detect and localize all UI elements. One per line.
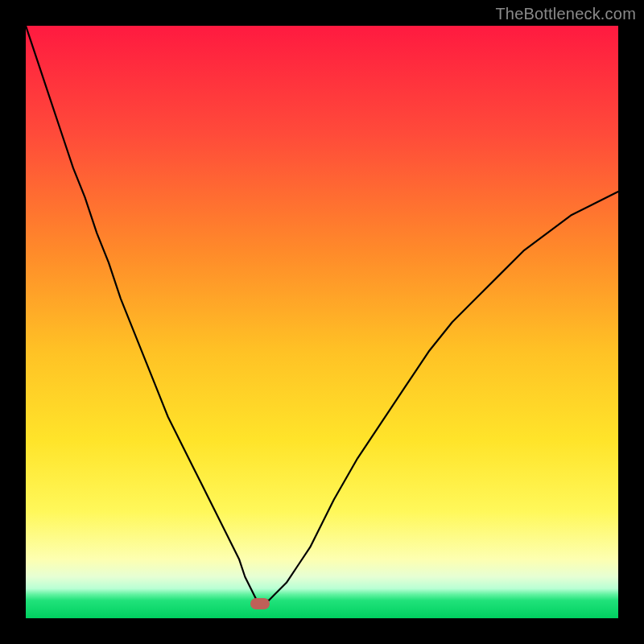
optimum-marker bbox=[250, 598, 270, 609]
plot-area bbox=[26, 26, 618, 618]
watermark-text: TheBottleneck.com bbox=[495, 5, 636, 23]
bottleneck-curve bbox=[26, 26, 618, 618]
chart-frame: TheBottleneck.com bbox=[0, 0, 644, 644]
